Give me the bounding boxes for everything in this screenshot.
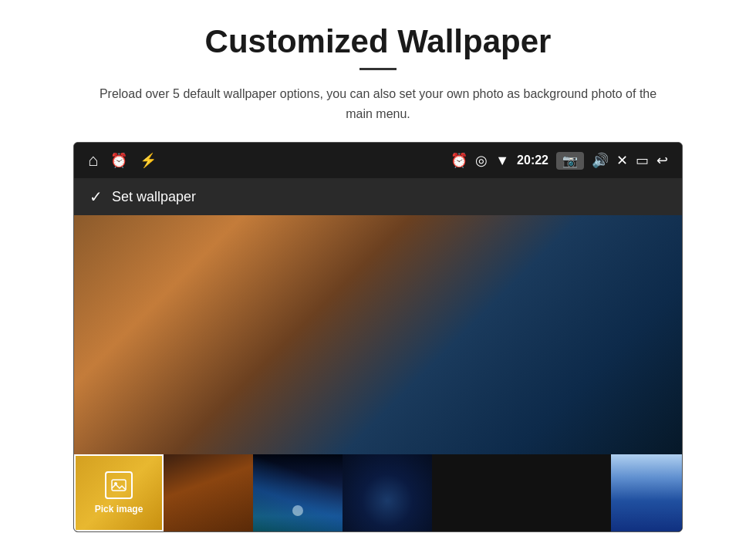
pick-image-label: Pick image [95,504,143,514]
back-icon: ↩ [656,152,668,169]
wallpaper-thumb-5[interactable] [432,454,521,531]
wallpaper-thumb-7[interactable] [611,454,682,531]
wallpaper-thumb-4[interactable] [343,454,432,531]
window-icon: ▭ [636,152,649,169]
usb-icon: ⚡ [140,152,157,169]
thumbnail-strip: Pick image [74,454,682,531]
svg-rect-0 [112,480,126,491]
wallpaper-thumb-3[interactable] [253,454,343,531]
status-bar: ⌂ ⏰ ⚡ ⏰ ◎ ▼ 20:22 📷 🔊 ✕ ▭ ↩ [74,143,682,178]
status-right: ⏰ ◎ ▼ 20:22 📷 🔊 ✕ ▭ ↩ [451,152,668,170]
wallpaper-bar-label: Set wallpaper [112,189,196,205]
camera-icon: 📷 [562,153,578,168]
status-left: ⌂ ⏰ ⚡ [88,150,157,170]
wallpaper-thumb-6[interactable] [521,454,611,531]
page-container: Customized Wallpaper Preload over 5 defa… [0,0,756,560]
home-icon: ⌂ [88,150,98,170]
volume-icon: 🔊 [592,152,609,169]
wallpaper-bar: ✓ Set wallpaper [74,178,682,215]
alarm-icon: ⏰ [110,152,127,169]
camera-badge: 📷 [556,152,584,170]
device-screen: ⌂ ⏰ ⚡ ⏰ ◎ ▼ 20:22 📷 🔊 ✕ ▭ ↩ ✓ Set wallpa… [73,142,683,532]
alarm-right-icon: ⏰ [451,152,467,169]
location-icon: ◎ [475,152,488,169]
time-display: 20:22 [517,153,548,167]
check-icon: ✓ [89,187,103,206]
page-subtitle: Preload over 5 default wallpaper options… [85,84,671,123]
title-divider [359,68,397,70]
wallpaper-thumb-2[interactable] [164,454,253,531]
wallpaper-preview [74,215,682,454]
pick-image-thumb[interactable]: Pick image [74,454,164,531]
pick-image-icon [105,471,133,499]
close-icon: ✕ [616,152,628,169]
page-title: Customized Wallpaper [205,23,552,60]
wifi-icon: ▼ [495,153,509,169]
